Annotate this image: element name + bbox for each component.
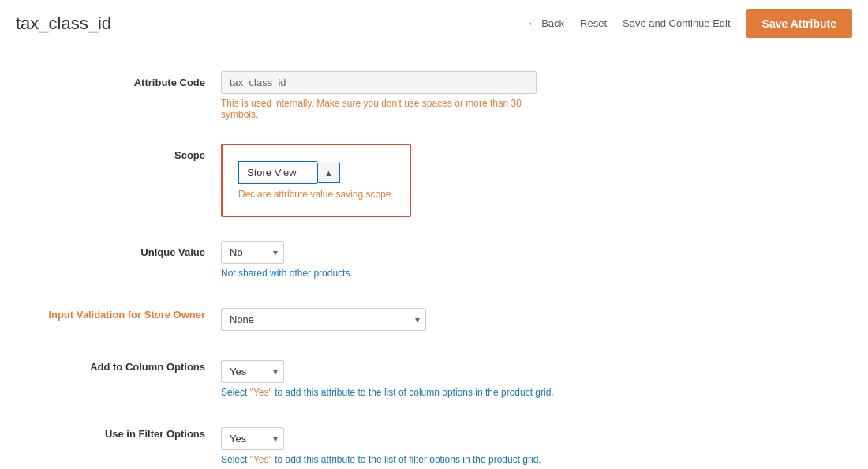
add-to-column-label: Add to Column Options [16,355,221,374]
input-validation-field: None Alphanumeric Alphanumeric with Spac… [221,302,694,331]
attribute-code-row: Attribute Code This is used internally. … [16,71,694,120]
scope-label: Scope [16,144,221,161]
add-to-column-select-wrap: No Yes [221,360,284,383]
save-continue-button[interactable]: Save and Continue Edit [623,17,731,29]
unique-value-row: Unique Value No Yes Not shared with othe… [16,241,694,279]
save-attribute-button[interactable]: Save Attribute [746,9,852,38]
unique-value-hint: Not shared with other products. [221,268,576,279]
input-validation-row: Input Validation for Store Owner None Al… [16,302,694,331]
unique-value-label: Unique Value [16,241,221,258]
scope-box: Store View ▲ Declare attribute value sav… [221,144,411,217]
attribute-code-hint: This is used internally. Make sure you d… [221,98,537,120]
use-in-filter-select[interactable]: No Yes [221,427,284,450]
use-in-filter-select-wrap: No Yes [221,427,284,450]
scope-field: Store View ▲ Declare attribute value sav… [221,144,694,217]
header-actions: ← Back Reset Save and Continue Edit Save… [527,9,852,38]
scope-select-row: Store View ▲ [238,161,394,184]
page-title: tax_class_id [16,13,527,34]
unique-value-select-wrap: No Yes [221,241,284,264]
add-to-column-hint: Select "Yes" to add this attribute to th… [221,387,576,398]
attribute-code-input[interactable] [221,71,537,94]
input-validation-select-wrap: None Alphanumeric Alphanumeric with Spac… [221,308,426,331]
add-to-column-select[interactable]: No Yes [221,360,284,383]
attribute-code-label: Attribute Code [16,71,221,88]
page-header: tax_class_id ← Back Reset Save and Conti… [0,0,868,47]
scope-inner: Store View ▲ Declare attribute value sav… [238,161,394,200]
use-in-filter-row: Use in Filter Options No Yes Select "Yes… [16,422,694,465]
scope-select-arrow[interactable]: ▲ [317,163,340,183]
unique-value-select[interactable]: No Yes [221,241,284,264]
scope-row: Scope Store View ▲ Declare attribute val… [16,144,694,217]
scope-hint: Declare attribute value saving scope. [238,189,394,200]
scope-select-text: Store View [238,161,317,184]
use-in-filter-label: Use in Filter Options [16,422,221,441]
input-validation-label: Input Validation for Store Owner [16,302,221,322]
add-to-column-row: Add to Column Options No Yes Select "Yes… [16,355,694,398]
back-arrow-icon: ← [527,17,537,29]
unique-value-field: No Yes Not shared with other products. [221,241,694,279]
use-in-filter-field: No Yes Select "Yes" to add this attribut… [221,422,694,465]
reset-button[interactable]: Reset [580,17,607,29]
form-content: Attribute Code This is used internally. … [0,47,710,469]
add-to-column-field: No Yes Select "Yes" to add this attribut… [221,355,694,398]
back-button[interactable]: ← Back [527,17,564,29]
use-in-filter-hint: Select "Yes" to add this attribute to th… [221,454,576,465]
input-validation-select[interactable]: None Alphanumeric Alphanumeric with Spac… [221,308,426,331]
attribute-code-field: This is used internally. Make sure you d… [221,71,694,120]
